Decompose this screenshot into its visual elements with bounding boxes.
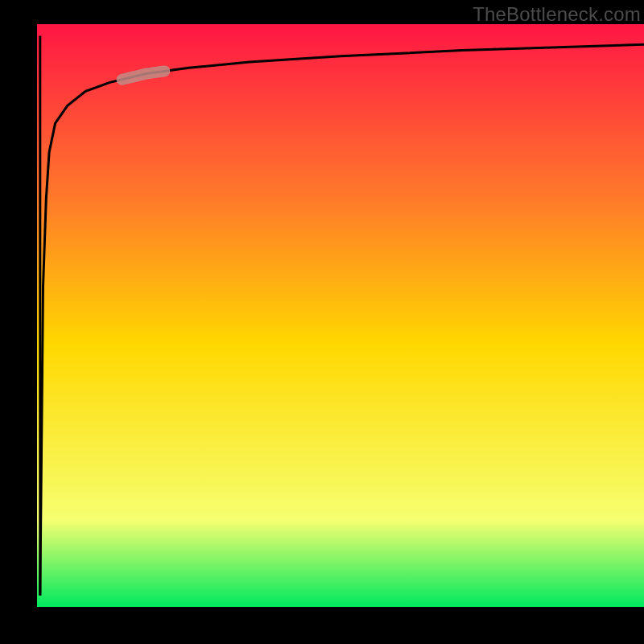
chart-frame: TheBottleneck.com bbox=[0, 0, 644, 644]
watermark-label: TheBottleneck.com bbox=[473, 3, 641, 26]
chart-plot-area bbox=[37, 24, 644, 607]
